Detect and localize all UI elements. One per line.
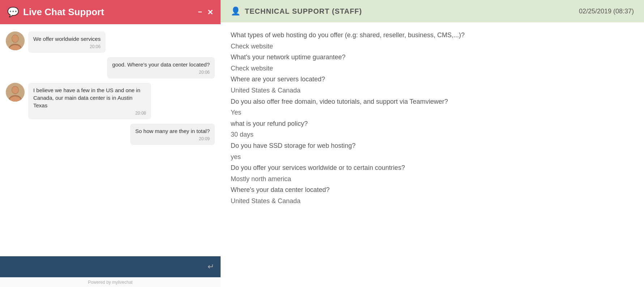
- support-line-answer: United States & Canada: [231, 85, 634, 96]
- message-time: 20:09: [135, 136, 210, 141]
- support-header-left: 👤 TECHNICAL SUPPORT (STAFF): [231, 7, 362, 16]
- message-row: We offer worldwide services 20:06: [6, 31, 215, 53]
- support-line-question: Do you also offer free domain, video tut…: [231, 96, 634, 107]
- message-row: I believe we have a few in the US and on…: [6, 83, 215, 119]
- message-time: 20:06: [112, 70, 210, 75]
- powered-by-label: Powered by mylivechat: [88, 280, 132, 285]
- support-line-answer: United States & Canada: [231, 196, 634, 207]
- support-line-question: What's your network uptime guarantee?: [231, 52, 634, 63]
- support-line-answer: Yes: [231, 107, 634, 118]
- message-time: 20:06: [33, 44, 101, 49]
- svg-point-8: [12, 86, 18, 94]
- avatar: [6, 31, 25, 50]
- message-row: So how many are they in total? 20:09: [6, 124, 215, 145]
- chat-footer: Powered by mylivechat: [0, 277, 221, 287]
- support-title: TECHNICAL SUPPORT (STAFF): [245, 7, 362, 16]
- support-content: What types of web hosting do you offer (…: [221, 22, 644, 214]
- message-text: So how many are they in total?: [135, 127, 210, 135]
- chat-title: Live Chat Support: [23, 7, 104, 18]
- support-line-question: what is your refund policy?: [231, 118, 634, 129]
- support-panel: 👤 TECHNICAL SUPPORT (STAFF) 02/25/2019 (…: [221, 0, 644, 287]
- message-row: good. Where's your data center located? …: [6, 57, 215, 78]
- support-line-question: Where's your data center located?: [231, 184, 634, 196]
- chat-panel: 💬 Live Chat Support − ✕ We offer worldwi…: [0, 0, 221, 287]
- support-line-answer: Check website: [231, 63, 634, 74]
- support-line-answer: Check website: [231, 41, 634, 52]
- message-bubble: We offer worldwide services 20:06: [28, 31, 106, 53]
- support-line-question: Where are your servers located?: [231, 74, 634, 85]
- minimize-button[interactable]: −: [198, 8, 202, 17]
- support-line-answer: Mostly north america: [231, 174, 634, 185]
- message-text: We offer worldwide services: [33, 35, 101, 43]
- chat-header-left: 💬 Live Chat Support: [7, 7, 104, 18]
- support-date: 02/25/2019 (08:37): [579, 8, 634, 15]
- message-bubble: good. Where's your data center located? …: [107, 57, 215, 78]
- chat-input-area: ↵: [0, 256, 221, 277]
- close-button[interactable]: ✕: [207, 8, 213, 17]
- avatar: [6, 83, 25, 102]
- support-header: 👤 TECHNICAL SUPPORT (STAFF) 02/25/2019 (…: [221, 0, 644, 22]
- support-line-question: Do you have SSD storage for web hosting?: [231, 140, 634, 151]
- message-bubble: I believe we have a few in the US and on…: [28, 83, 151, 119]
- svg-point-3: [12, 35, 18, 42]
- chat-header: 💬 Live Chat Support − ✕: [0, 0, 221, 24]
- message-bubble: So how many are they in total? 20:09: [130, 124, 215, 145]
- chat-input[interactable]: [5, 264, 206, 270]
- support-line-answer: 30 days: [231, 129, 634, 140]
- support-line-question: What types of web hosting do you offer (…: [231, 30, 634, 41]
- person-icon: 👤: [231, 7, 240, 16]
- message-text: I believe we have a few in the US and on…: [33, 86, 146, 109]
- message-text: good. Where's your data center located?: [112, 61, 210, 68]
- chat-header-controls: − ✕: [198, 8, 213, 17]
- support-line-question: Do you offer your services worldwide or …: [231, 162, 634, 174]
- support-line-answer: yes: [231, 151, 634, 163]
- send-button[interactable]: ↵: [206, 261, 216, 273]
- message-time: 20:08: [33, 111, 146, 116]
- chat-icon: 💬: [7, 7, 19, 18]
- chat-messages: We offer worldwide services 20:06 good. …: [0, 24, 221, 256]
